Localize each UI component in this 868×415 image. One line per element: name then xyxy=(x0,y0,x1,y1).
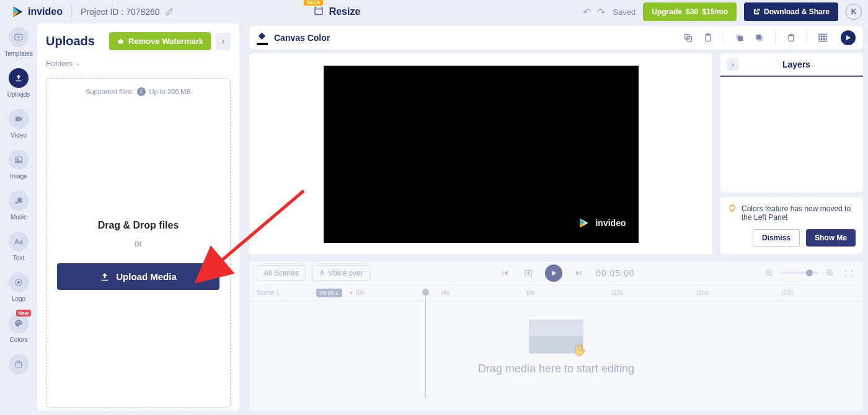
zoom-in-icon[interactable] xyxy=(823,266,837,280)
svg-point-8 xyxy=(17,159,18,160)
redo-icon[interactable]: ↷ xyxy=(597,6,605,18)
rail-label-text: Text xyxy=(13,255,24,261)
play-logo-icon xyxy=(11,4,25,19)
skip-forward-icon[interactable] xyxy=(572,266,586,280)
rail-music[interactable]: Music xyxy=(9,191,29,221)
lightbulb-icon xyxy=(728,204,737,222)
svg-point-9 xyxy=(16,202,18,204)
canvas-color-button[interactable]: ◆ Canvas Color xyxy=(257,32,330,44)
rail-text[interactable]: Aa Text xyxy=(9,232,29,261)
watermark-text: invideo xyxy=(595,218,626,228)
rail-logo[interactable]: Logo xyxy=(9,273,29,302)
svg-rect-26 xyxy=(756,35,761,40)
svg-point-10 xyxy=(20,201,22,204)
canvas-watermark: invideo xyxy=(577,216,626,230)
svg-rect-32 xyxy=(321,270,323,273)
rail-label-video: Video xyxy=(11,132,26,139)
resize-button[interactable]: Resize xyxy=(313,6,361,17)
info-icon[interactable]: i xyxy=(137,87,146,96)
external-link-icon xyxy=(753,8,760,15)
rail-uploads[interactable]: Uploads xyxy=(7,68,30,98)
fit-icon[interactable] xyxy=(842,266,856,280)
upload-dropzone[interactable]: Supported files: i Up to 200 MB Drag & D… xyxy=(46,78,231,408)
media-placeholder-thumb: ✋ xyxy=(529,320,583,354)
edit-project-id-icon[interactable] xyxy=(165,7,174,16)
rail-label-logo: Logo xyxy=(12,295,25,302)
timeline-ruler: Scene 1 05:00 s ▾ |0s |4s |8s |12s |16s … xyxy=(249,285,863,301)
beta-badge: BETA xyxy=(304,0,323,6)
undo-redo-group: ↶ ↷ xyxy=(583,6,605,18)
separator xyxy=(724,31,724,45)
separator xyxy=(807,31,807,45)
templates-icon xyxy=(9,27,29,47)
logo[interactable]: invideo xyxy=(11,4,63,19)
supported-size: Up to 200 MB xyxy=(149,88,191,95)
skip-back-icon[interactable] xyxy=(498,266,512,280)
svg-point-14 xyxy=(18,321,19,322)
timeline-dropzone[interactable]: ✋ Drag media here to start editing xyxy=(249,320,863,375)
svg-rect-3 xyxy=(315,9,322,15)
rail-more[interactable] xyxy=(9,354,29,374)
download-share-button[interactable]: Download & Share xyxy=(744,2,838,21)
mic-icon xyxy=(319,269,326,276)
scene-duration-pill[interactable]: 05:00 s xyxy=(316,289,342,297)
frame-back-icon[interactable] xyxy=(521,266,535,280)
svg-marker-5 xyxy=(18,36,20,38)
new-badge: New xyxy=(16,310,31,317)
rail-colors[interactable]: New Colors xyxy=(9,313,29,343)
uploads-title: Uploads xyxy=(46,34,95,48)
chevron-right-icon: › xyxy=(77,60,79,68)
all-scenes-button[interactable]: All Scenes xyxy=(257,265,306,281)
top-header: invideo Project ID : 7078260 Resize BETA… xyxy=(0,0,868,24)
voice-over-button[interactable]: Voice over xyxy=(312,265,370,281)
undo-icon[interactable]: ↶ xyxy=(583,6,591,18)
text-icon: Aa xyxy=(9,232,29,251)
scene-label[interactable]: Scene 1 xyxy=(249,289,311,296)
zoom-out-icon[interactable] xyxy=(763,266,776,280)
paste-icon[interactable] xyxy=(701,31,715,45)
upload-icon xyxy=(100,272,110,282)
avatar-initial: K xyxy=(851,7,857,16)
rail-templates[interactable]: Templates xyxy=(4,27,33,57)
more-icon xyxy=(9,354,29,374)
resize-icon xyxy=(313,6,324,17)
dismiss-button[interactable]: Dismiss xyxy=(753,229,800,247)
play-button[interactable] xyxy=(545,264,562,282)
grid-icon[interactable] xyxy=(816,31,830,45)
image-icon xyxy=(9,150,29,170)
canvas-video[interactable]: invideo xyxy=(324,66,639,243)
playhead-handle[interactable] xyxy=(422,289,429,295)
divider xyxy=(71,6,72,18)
playhead[interactable] xyxy=(425,292,426,398)
preview-play-button[interactable] xyxy=(841,30,856,45)
canvas-color-icon: ◆ xyxy=(257,32,269,44)
collapse-panel-button[interactable]: ‹ xyxy=(216,33,231,50)
trash-icon[interactable] xyxy=(784,31,798,45)
layers-header: › Layers xyxy=(720,53,863,77)
tip-card: Colors feature has now moved to the Left… xyxy=(720,197,863,254)
rail-video[interactable]: Video xyxy=(9,109,29,139)
send-backward-icon[interactable] xyxy=(753,31,766,45)
svg-rect-24 xyxy=(738,36,743,41)
avatar[interactable]: K xyxy=(846,4,862,20)
bring-forward-icon[interactable] xyxy=(733,31,746,45)
save-status: Saved xyxy=(613,7,636,17)
folders-breadcrumb[interactable]: Folders › xyxy=(46,59,231,68)
copy-icon[interactable] xyxy=(681,31,695,45)
zoom-slider[interactable] xyxy=(781,272,818,274)
watermark-logo-icon xyxy=(577,216,591,230)
remove-watermark-button[interactable]: Remove Watermark xyxy=(109,32,211,50)
uploads-icon xyxy=(9,68,29,88)
canvas-toolbar: ◆ Canvas Color xyxy=(249,26,863,50)
layers-collapse-icon[interactable]: › xyxy=(727,58,739,71)
rail-image[interactable]: Image xyxy=(9,150,29,180)
upload-media-label: Upload Media xyxy=(116,271,177,282)
show-me-button[interactable]: Show Me xyxy=(806,229,856,247)
upgrade-button[interactable]: Upgrade $30 $15/mo xyxy=(643,2,737,21)
timeline-timestamp: 00:05:00 xyxy=(596,268,635,278)
timeline-zoom xyxy=(763,266,856,280)
voice-over-label: Voice over xyxy=(329,269,363,277)
upload-media-button[interactable]: Upload Media xyxy=(57,263,219,290)
left-rail: Templates Uploads Video Image Music Aa T… xyxy=(0,24,37,415)
upgrade-price: $15/mo xyxy=(702,7,728,16)
